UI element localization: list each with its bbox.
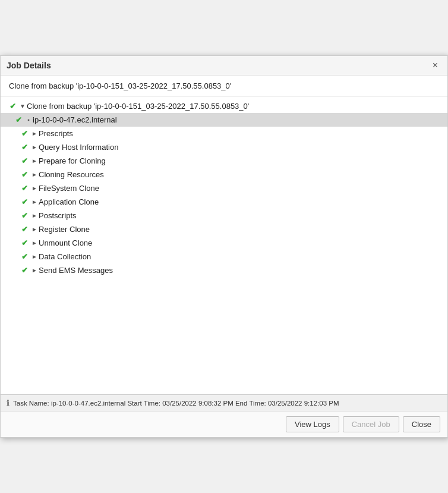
- root-expand-icon[interactable]: ▼: [18, 103, 27, 109]
- status-text: Task Name: ip-10-0-0-47.ec2.internal Sta…: [13, 400, 339, 407]
- sub-item-label: Data Collection: [39, 252, 91, 261]
- sub-item-expand-icon[interactable]: ►: [30, 130, 39, 137]
- tree-sub-item[interactable]: ✔►FileSystem Clone: [1, 181, 447, 195]
- status-bar: ℹ Task Name: ip-10-0-0-47.ec2.internal S…: [1, 394, 447, 411]
- sub-item-check-icon: ✔: [18, 211, 30, 220]
- tree-sub-item[interactable]: ✔►Application Clone: [1, 195, 447, 209]
- sub-item-check-icon: ✔: [18, 156, 30, 165]
- sub-item-check-icon: ✔: [18, 225, 30, 234]
- sub-item-expand-icon[interactable]: ►: [30, 185, 39, 191]
- cancel-job-button[interactable]: Cancel Job: [343, 416, 399, 432]
- tree-sub-item[interactable]: ✔►Postscripts: [1, 209, 447, 222]
- sub-item-label: Cloning Resources: [39, 170, 104, 179]
- tree-sub-items: ✔►Prescripts✔►Query Host Information✔►Pr…: [1, 127, 447, 277]
- host-expand-icon[interactable]: ▪: [24, 117, 33, 123]
- tree-root-item[interactable]: ✔ ▼ Clone from backup 'ip-10-0-0-151_03-…: [1, 99, 447, 113]
- dialog-subtitle: Clone from backup 'ip-10-0-0-151_03-25-2…: [1, 76, 447, 97]
- sub-item-expand-icon[interactable]: ►: [30, 144, 39, 150]
- dialog-body: ✔ ▼ Clone from backup 'ip-10-0-0-151_03-…: [1, 97, 447, 394]
- close-button[interactable]: Close: [403, 416, 440, 432]
- dialog-title: Job Details: [7, 61, 51, 70]
- sub-item-label: Unmount Clone: [39, 238, 92, 247]
- sub-item-expand-icon[interactable]: ►: [30, 199, 39, 205]
- sub-item-label: Application Clone: [39, 197, 99, 206]
- sub-item-expand-icon[interactable]: ►: [30, 158, 39, 164]
- host-check-icon: ✔: [12, 115, 24, 124]
- tree-sub-item[interactable]: ✔►Prescripts: [1, 127, 447, 140]
- sub-item-label: Prepare for Cloning: [39, 156, 106, 165]
- sub-item-label: FileSystem Clone: [39, 184, 99, 193]
- sub-item-check-icon: ✔: [18, 184, 30, 193]
- root-check-icon: ✔: [7, 102, 18, 111]
- sub-item-label: Query Host Information: [39, 143, 118, 152]
- sub-item-check-icon: ✔: [18, 197, 30, 206]
- sub-item-check-icon: ✔: [18, 238, 30, 247]
- host-label: ip-10-0-0-47.ec2.internal: [33, 115, 117, 124]
- dialog-header: Job Details ×: [1, 56, 447, 76]
- view-logs-button[interactable]: View Logs: [286, 416, 339, 432]
- sub-item-label: Register Clone: [39, 225, 90, 234]
- tree-sub-item[interactable]: ✔►Register Clone: [1, 222, 447, 236]
- sub-item-check-icon: ✔: [18, 252, 30, 261]
- sub-item-check-icon: ✔: [18, 129, 30, 138]
- sub-item-expand-icon[interactable]: ►: [30, 267, 39, 274]
- root-label: Clone from backup 'ip-10-0-0-151_03-25-2…: [27, 102, 249, 111]
- tree-sub-item[interactable]: ✔►Prepare for Cloning: [1, 154, 447, 168]
- info-icon: ℹ: [7, 398, 10, 407]
- sub-item-expand-icon[interactable]: ►: [30, 253, 39, 260]
- sub-item-expand-icon[interactable]: ►: [30, 226, 39, 233]
- tree-sub-item[interactable]: ✔►Unmount Clone: [1, 236, 447, 250]
- sub-item-check-icon: ✔: [18, 170, 30, 179]
- sub-item-expand-icon[interactable]: ►: [30, 212, 39, 219]
- sub-item-expand-icon[interactable]: ►: [30, 240, 39, 246]
- job-details-dialog: Job Details × Clone from backup 'ip-10-0…: [0, 55, 448, 438]
- sub-item-label: Postscripts: [39, 211, 77, 220]
- tree-host-item[interactable]: ✔ ▪ ip-10-0-0-47.ec2.internal: [1, 113, 447, 127]
- tree-sub-item[interactable]: ✔►Send EMS Messages: [1, 263, 447, 277]
- sub-item-label: Send EMS Messages: [39, 266, 113, 275]
- tree-sub-item[interactable]: ✔►Data Collection: [1, 250, 447, 263]
- sub-item-check-icon: ✔: [18, 143, 30, 152]
- tree-sub-item[interactable]: ✔►Cloning Resources: [1, 168, 447, 181]
- job-tree: ✔ ▼ Clone from backup 'ip-10-0-0-151_03-…: [1, 97, 447, 280]
- sub-item-check-icon: ✔: [18, 266, 30, 275]
- dialog-close-button[interactable]: ×: [430, 61, 440, 70]
- tree-sub-item[interactable]: ✔►Query Host Information: [1, 140, 447, 154]
- sub-item-label: Prescripts: [39, 129, 73, 138]
- sub-item-expand-icon[interactable]: ►: [30, 171, 39, 178]
- dialog-footer: View Logs Cancel Job Close: [1, 411, 447, 437]
